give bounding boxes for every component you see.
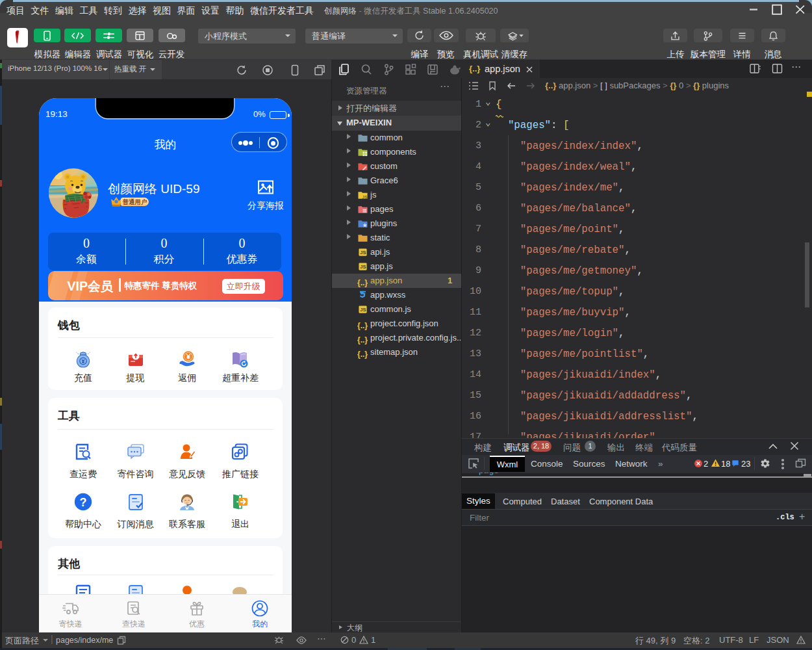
svg-text:JS: JS: [360, 264, 366, 270]
svg-text:?: ?: [80, 496, 87, 509]
svg-text:JS: JS: [360, 250, 366, 255]
svg-text:JS: JS: [362, 195, 368, 200]
svg-text:JS: JS: [360, 307, 366, 313]
